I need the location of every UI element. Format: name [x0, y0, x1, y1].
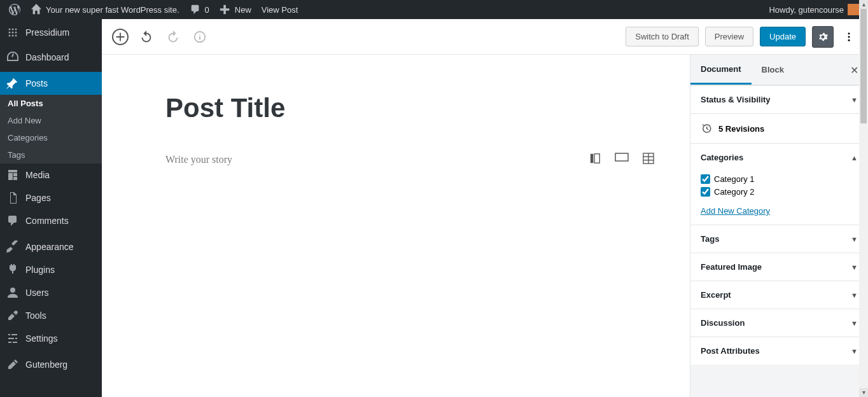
admin-bar: Your new super fast WordPress site. 0 Ne… [0, 0, 868, 19]
chevron-down-icon: ▼ [851, 263, 858, 271]
svg-point-2 [15, 29, 17, 31]
posts-submenu: All Posts Add New Categories Tags [0, 95, 102, 164]
sidebar-item-tools[interactable]: Tools [0, 304, 102, 327]
panel-categories[interactable]: Categories ▲ [690, 144, 868, 171]
category-checkbox-2[interactable] [701, 187, 710, 197]
add-new-category-link[interactable]: Add New Category [701, 206, 770, 216]
tab-block[interactable]: Block [752, 56, 794, 83]
sidebar-item-appearance[interactable]: Appearance [0, 235, 102, 258]
panel-post-attributes[interactable]: Post Attributes ▼ [690, 337, 868, 365]
chevron-down-icon: ▼ [851, 347, 858, 355]
svg-point-6 [9, 35, 11, 37]
tab-document[interactable]: Document [690, 55, 752, 85]
pin-icon [6, 77, 19, 90]
plus-icon [220, 4, 231, 15]
home-icon [31, 4, 42, 15]
add-block-button[interactable] [112, 29, 129, 45]
svg-point-12 [848, 36, 850, 38]
svg-point-0 [9, 29, 11, 31]
submenu-all-posts[interactable]: All Posts [0, 95, 102, 112]
scroll-down-arrow[interactable]: ▾ [859, 388, 868, 397]
editor-canvas[interactable]: Post Title Write your story [102, 55, 690, 397]
submenu-add-new[interactable]: Add New [0, 112, 102, 129]
svg-point-3 [9, 32, 11, 34]
redo-button[interactable] [164, 28, 182, 46]
sliders-icon [6, 332, 19, 345]
sidebar-item-comments[interactable]: Comments [0, 209, 102, 232]
chevron-down-icon: ▼ [851, 319, 858, 327]
new-label: New [235, 5, 251, 15]
switch-to-draft-button[interactable]: Switch to Draft [626, 27, 699, 46]
revisions-link[interactable]: 5 Revisions [690, 113, 868, 143]
chevron-down-icon: ▼ [851, 291, 858, 299]
gear-icon [816, 31, 829, 43]
wp-logo[interactable] [4, 0, 25, 19]
dashboard-icon [6, 51, 19, 64]
more-options-button[interactable] [840, 26, 858, 48]
preview-button[interactable]: Preview [705, 27, 753, 46]
comments-link[interactable]: 0 [185, 0, 214, 19]
admin-sidebar: Pressidium Dashboard Posts All Posts Add… [0, 19, 102, 397]
scrollbar-thumb[interactable] [860, 9, 867, 123]
scrollbar[interactable]: ▴ ▾ [859, 0, 868, 397]
svg-rect-16 [615, 153, 628, 161]
avatar [848, 4, 859, 15]
image-inserter-icon[interactable] [615, 153, 629, 167]
post-title-input[interactable]: Post Title [165, 93, 654, 123]
media-icon [6, 169, 19, 181]
sidebar-item-label: Settings [25, 333, 58, 344]
site-link[interactable]: Your new super fast WordPress site. [25, 0, 185, 19]
sidebar-item-pages[interactable]: Pages [0, 186, 102, 209]
scroll-up-arrow[interactable]: ▴ [859, 0, 868, 9]
editor-toolbar: Switch to Draft Preview Update [102, 19, 868, 55]
submenu-categories[interactable]: Categories [0, 129, 102, 146]
svg-rect-15 [594, 154, 599, 163]
sidebar-item-gutenberg[interactable]: Gutenberg [0, 353, 102, 376]
sidebar-item-brand[interactable]: Pressidium [0, 19, 102, 46]
settings-toggle-button[interactable] [812, 26, 834, 48]
sidebar-item-label: Dashboard [25, 52, 69, 62]
paragraph-placeholder[interactable]: Write your story [165, 154, 232, 165]
wordpress-icon [9, 4, 20, 15]
category-label: Category 2 [714, 187, 755, 197]
submenu-tags[interactable]: Tags [0, 146, 102, 164]
chevron-down-icon: ▼ [851, 235, 858, 243]
table-inserter-icon[interactable] [643, 153, 654, 167]
sidebar-item-users[interactable]: Users [0, 281, 102, 304]
panel-status-visibility[interactable]: Status & Visibility ▼ [690, 86, 868, 113]
editor: Switch to Draft Preview Update Post Titl… [102, 19, 868, 397]
view-post-link[interactable]: View Post [256, 0, 304, 19]
sidebar-item-settings[interactable]: Settings [0, 327, 102, 350]
more-vertical-icon [843, 31, 855, 43]
category-checkbox-1[interactable] [701, 174, 710, 184]
panel-discussion[interactable]: Discussion ▼ [690, 309, 868, 337]
panel-excerpt[interactable]: Excerpt ▼ [690, 281, 868, 309]
panel-tags[interactable]: Tags ▼ [690, 225, 868, 253]
svg-rect-14 [591, 154, 594, 163]
sidebar-item-media[interactable]: Media [0, 164, 102, 186]
gallery-inserter-icon[interactable] [589, 153, 601, 167]
panel-featured-image[interactable]: Featured Image ▼ [690, 253, 868, 281]
chevron-down-icon: ▼ [851, 96, 858, 104]
brand-label: Pressidium [25, 27, 69, 38]
svg-point-8 [15, 35, 17, 37]
svg-point-5 [15, 32, 17, 34]
svg-point-10 [199, 34, 200, 35]
sidebar-item-posts[interactable]: Posts [0, 72, 102, 95]
user-icon [6, 286, 19, 299]
inspector-sidebar: Document Block ✕ Status & Visibility ▼ 5… [690, 55, 868, 397]
undo-button[interactable] [137, 28, 155, 46]
sidebar-item-dashboard[interactable]: Dashboard [0, 46, 102, 69]
sidebar-item-label: Gutenberg [25, 359, 67, 370]
sidebar-item-label: Plugins [25, 265, 55, 275]
sidebar-item-plugins[interactable]: Plugins [0, 258, 102, 281]
svg-point-7 [12, 35, 14, 37]
category-row: Category 1 [701, 174, 858, 184]
category-label: Category 1 [714, 174, 755, 184]
wrench-icon [6, 309, 19, 322]
info-button[interactable] [191, 28, 209, 46]
sidebar-item-label: Tools [25, 310, 46, 321]
new-link[interactable]: New [214, 0, 256, 19]
account-link[interactable]: Howdy, gutencourse [764, 0, 864, 19]
update-button[interactable]: Update [760, 27, 806, 46]
